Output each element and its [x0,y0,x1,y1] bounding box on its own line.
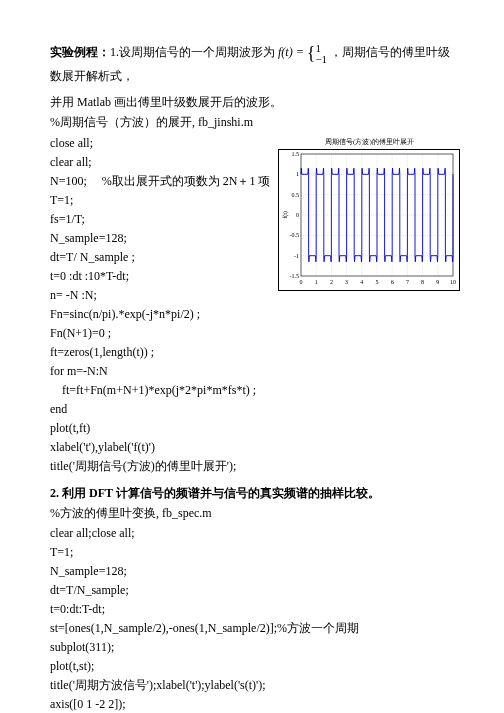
section1-comment: %周期信号（方波）的展开, fb_jinshi.m [50,113,454,131]
code-line: dt=T/N_sample; [50,581,454,599]
code-line: N=100; %取出展开式的项数为 2N＋1 项 [50,172,270,190]
code-line: N_sample=128; [50,229,270,247]
svg-text:-0.5: -0.5 [290,232,300,238]
code-line: for m=-N:N [50,362,270,380]
code-line: ft=ft+Fn(m+N+1)*exp(j*2*pi*m*fs*t) ; [50,381,270,399]
section2-heading: 2. 利用 DFT 计算信号的频谱并与信号的真实频谱的抽样比较。 [50,484,454,502]
code-line: ft=zeros(1,length(t)) ; [50,343,270,361]
code-line: Fn=sinc(n/pi).*exp(-j*n*pi/2) ; [50,305,270,323]
code-line: fs=1/T; [50,210,270,228]
brace-icon: { [307,40,316,67]
code-line: Fn(N+1)=0 ; [50,324,270,342]
code-block-1: close all;clear all;N=100; %取出展开式的项数为 2N… [50,133,270,476]
code-line: title('周期方波信号');xlabel('t');ylabel('s(t)… [50,676,454,694]
svg-text:8: 8 [422,279,425,285]
code-line: title('周期信号(方波)的傅里叶展开'); [50,457,270,475]
svg-text:0: 0 [296,212,299,218]
code-line: T=1; [50,191,270,209]
heading-line: 实验例程：1.设周期信号的一个周期波形为 f(t) = {1−1 ，周期信号的傅… [50,40,454,85]
code-line: N_sample=128; [50,562,454,580]
chart-plot: 012345678910-1.5-1-0.500.511.5f(t) [278,149,460,291]
svg-text:-1: -1 [294,252,299,258]
code-line: st=[ones(1,N_sample/2),-ones(1,N_sample/… [50,619,454,637]
svg-text:1: 1 [296,171,299,177]
chart-title: 周期信号(方波)的傅里叶展开 [278,137,460,148]
code-line: plot(t,ft) [50,419,270,437]
code-line: t=0:dt:T-dt; [50,600,454,618]
code-line: close all; [50,134,270,152]
svg-text:7: 7 [406,279,409,285]
code-line: axis([0 1 -2 2]); [50,695,454,713]
code-line: dt=T/ N_sample ; [50,248,270,266]
svg-text:2: 2 [330,279,333,285]
svg-text:0: 0 [300,279,303,285]
code-line: clear all; [50,153,270,171]
svg-text:3: 3 [346,279,349,285]
svg-text:9: 9 [437,279,440,285]
piecewise-values: 1−1 [315,43,327,65]
svg-text:4: 4 [361,279,364,285]
code-line: end [50,400,270,418]
code-line: subplot(311); [50,638,454,656]
heading-label: 实验例程： [50,45,110,59]
code-line: n= -N :N; [50,286,270,304]
section2-comment: %方波的傅里叶变换, fb_spec.m [50,504,454,522]
svg-text:0.5: 0.5 [292,191,300,197]
chart-container: 周期信号(方波)的傅里叶展开 012345678910-1.5-1-0.500.… [278,137,460,291]
formula-lhs: f(t) = [278,45,307,59]
code-line: plot(t,st); [50,657,454,675]
svg-text:6: 6 [391,279,394,285]
code-line: xlabel('t'),ylabel('f(t)') [50,438,270,456]
svg-text:10: 10 [450,279,456,285]
svg-text:f(t): f(t) [282,211,289,219]
svg-text:1.5: 1.5 [292,151,300,157]
svg-text:1: 1 [315,279,318,285]
code-line: T=1; [50,543,454,561]
svg-text:5: 5 [376,279,379,285]
heading-text-1: 1.设周期信号的一个周期波形为 [110,45,275,59]
code-line: clear all;close all; [50,524,454,542]
svg-text:-1.5: -1.5 [290,273,300,279]
intro-line: 并用 Matlab 画出傅里叶级数展开后的波形。 [50,93,454,111]
code-block-2: clear all;close all;T=1;N_sample=128;dt=… [50,524,454,713]
code-line: t=0 :dt :10*T-dt; [50,267,270,285]
